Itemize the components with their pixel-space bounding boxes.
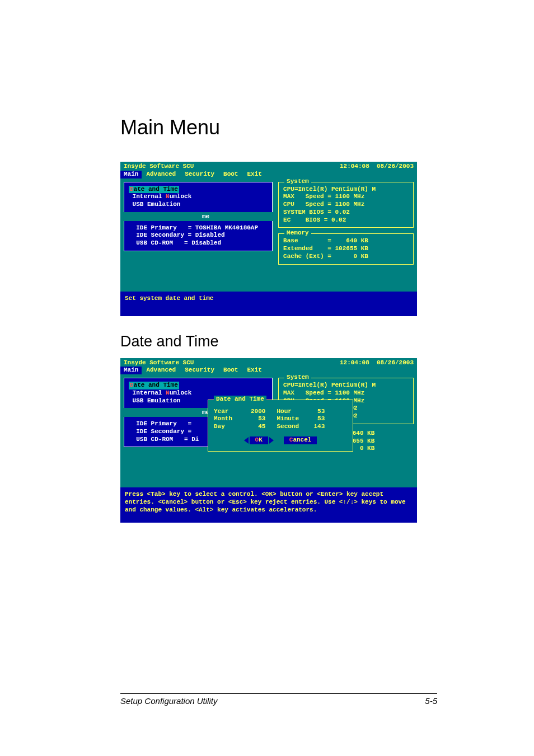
tab-advanced[interactable]: Advanced <box>142 367 180 374</box>
info-panels: System CPU=Intel(R) Pentium(R) M MAX Spe… <box>278 182 414 265</box>
tab-boot[interactable]: Boot <box>219 367 242 374</box>
menu-item-usb-emulation[interactable]: USB Emulation <box>129 201 268 209</box>
bios-header: Insyde Software SCU 12:04:08 08/26/2003 <box>120 162 417 171</box>
bios-body: Date and Time Internal Numlock USB Emula… <box>120 180 417 292</box>
menu-item-internal-numlock[interactable]: Internal Numlock <box>129 193 268 201</box>
bios-statusbar: Press <Tab> key to select a control. <OK… <box>120 487 417 523</box>
footer-title: Setup Configuration Utility <box>120 696 217 706</box>
menu-item-ide-primary[interactable]: IDE Primary = TOSHIBA MK4018GAP <box>129 224 268 232</box>
ok-button[interactable]: OK <box>244 436 274 444</box>
minute-label: Minute <box>277 415 299 422</box>
minute-value[interactable]: 53 <box>317 415 325 422</box>
date-time-dialog: Date and Time Year 2000 Month 53 Day 45 … <box>208 400 353 452</box>
numlock-pre: Internal <box>129 193 166 200</box>
hk-d: D <box>130 382 134 388</box>
bios-statusbar: Set system date and time <box>120 292 417 316</box>
row-cpu-model: CPU=Intel(R) Pentium(R) M <box>283 382 409 389</box>
second-value[interactable]: 143 <box>313 423 325 430</box>
triangle-right-icon <box>269 437 274 444</box>
row-max-speed: MAX Speed = 1100 MHz <box>283 389 409 397</box>
tab-security[interactable]: Security <box>180 367 219 374</box>
bios-main-screenshot: Insyde Software SCU 12:04:08 08/26/2003 … <box>120 162 417 316</box>
triangle-left-icon <box>244 437 249 444</box>
day-value[interactable]: 45 <box>258 423 265 430</box>
menu-item-date-time[interactable]: Date and Time <box>129 382 179 389</box>
tab-main[interactable]: Main <box>120 171 142 179</box>
bios-clock: 12:04:08 08/26/2003 <box>340 358 417 367</box>
bios-clock: 12:04:08 08/26/2003 <box>340 162 417 171</box>
bios-menubar: Main Advanced Security Boot Exit <box>120 367 417 375</box>
system-panel-title: System <box>284 374 311 382</box>
hk-d: D <box>130 186 134 192</box>
section-heading: Main Menu <box>120 116 437 139</box>
row-cpu-model: CPU=Intel(R) Pentium(R) M <box>283 186 409 194</box>
page-footer: Setup Configuration Utility 5-5 <box>120 693 437 706</box>
year-value[interactable]: 2000 <box>251 408 265 415</box>
numlock-post: umlock <box>170 389 192 396</box>
date-column: Year 2000 Month 53 Day 45 <box>214 408 265 431</box>
tab-exit[interactable]: Exit <box>242 367 266 374</box>
ide-primary-value: = TOSHIBA MK4018GAP <box>188 224 258 231</box>
month-label: Month <box>214 415 232 422</box>
hk-n: N <box>166 389 170 396</box>
month-value[interactable]: 53 <box>258 415 265 422</box>
second-label: Second <box>277 423 299 430</box>
dialog-buttons: OK Cancel <box>214 436 347 444</box>
main-menu-panel: Date and Time Internal Numlock USB Emula… <box>124 182 273 251</box>
memory-panel-title: Memory <box>284 229 311 237</box>
row-ec-bios: EC BIOS = 0.02 <box>283 217 409 224</box>
tab-exit[interactable]: Exit <box>242 171 266 179</box>
bios-title: Insyde Software SCU <box>120 162 197 171</box>
row-mem-base: Base = 640 KB <box>283 237 409 245</box>
bios-title: Insyde Software SCU <box>120 358 197 367</box>
year-label: Year <box>214 408 228 415</box>
footer-page-number: 5-5 <box>425 696 437 706</box>
row-system-bios: SYSTEM BIOS = 0.02 <box>283 209 409 217</box>
bios-time: 12:04:08 <box>340 359 369 366</box>
cutoff-fragment: me <box>202 213 273 221</box>
row-max-speed: MAX Speed = 1100 MHz <box>283 193 409 201</box>
tab-advanced[interactable]: Advanced <box>142 171 180 179</box>
bios-date: 08/26/2003 <box>377 163 414 170</box>
bios-time: 12:04:08 <box>340 163 369 170</box>
numlock-pre: Internal <box>129 389 166 396</box>
time-column: Hour 53 Minute 53 Second 143 <box>277 408 325 431</box>
numlock-post: umlock <box>170 193 192 200</box>
menu-item-date-time[interactable]: Date and Time <box>129 186 179 194</box>
hour-label: Hour <box>277 408 291 415</box>
tab-security[interactable]: Security <box>180 171 219 179</box>
dialog-title: Date and Time <box>214 396 266 403</box>
bios-date-time-screenshot: Insyde Software SCU 12:04:08 08/26/2003 … <box>120 358 417 523</box>
memory-info-panel: Memory Base = 640 KB Extended = 102655 K… <box>278 233 414 264</box>
tab-boot[interactable]: Boot <box>219 171 242 179</box>
bios-header: Insyde Software SCU 12:04:08 08/26/2003 <box>120 358 417 367</box>
system-info-panel: System CPU=Intel(R) Pentium(R) M MAX Spe… <box>278 182 414 228</box>
hour-value[interactable]: 53 <box>317 408 325 415</box>
tab-main[interactable]: Main <box>120 367 142 374</box>
cancel-button[interactable]: Cancel <box>284 436 317 444</box>
subsection-heading: Date and Time <box>120 333 437 350</box>
bios-menubar: Main Advanced Security Boot Exit <box>120 171 417 180</box>
menu-item-usb-cdrom[interactable]: USB CD-ROM = Disabled <box>129 240 268 247</box>
bios-date: 08/26/2003 <box>377 359 414 366</box>
ok-post: K <box>259 436 263 443</box>
row-cpu-speed: CPU Speed = 1100 MHz <box>283 201 409 209</box>
ide-primary-label: IDE Primary <box>129 224 188 231</box>
date-time-label-rest: ate and Time <box>134 186 178 192</box>
menu-item-ide-secondary[interactable]: IDE Secondary = Disabled <box>129 232 268 240</box>
row-mem-cache: Cache (Ext) = 0 KB <box>283 253 409 261</box>
dialog-fields: Year 2000 Month 53 Day 45 Hour 53 Minute… <box>214 406 347 436</box>
date-time-label-rest: ate and Time <box>134 382 178 388</box>
system-panel-title: System <box>284 178 311 186</box>
row-mem-extended: Extended = 102655 KB <box>283 245 409 253</box>
cancel-post: ancel <box>293 436 311 443</box>
hk-n: N <box>166 193 170 200</box>
day-label: Day <box>214 423 225 430</box>
